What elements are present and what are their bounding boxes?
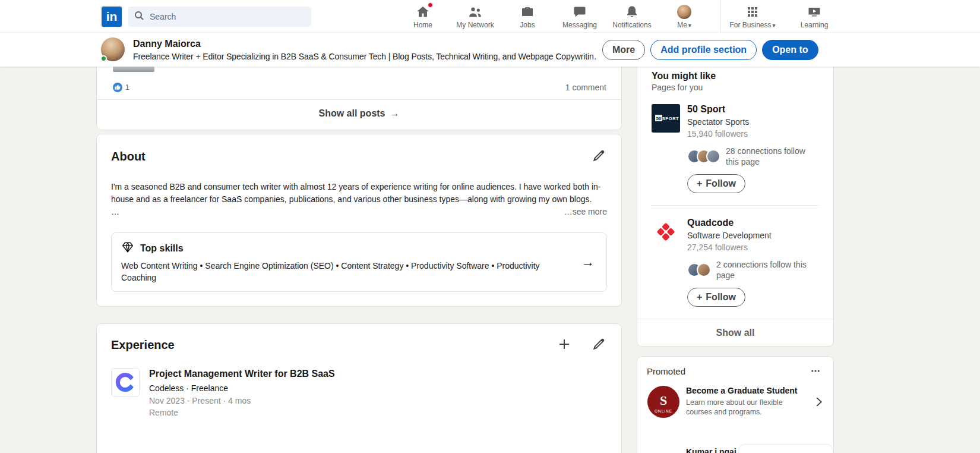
experience-location: Remote [149, 408, 335, 417]
edit-about-button[interactable] [590, 149, 607, 165]
ad-title: Become a Graduate Student [686, 385, 808, 396]
experience-title: Experience [111, 337, 175, 353]
svg-text:SPORT: SPORT [662, 116, 679, 121]
open-to-button[interactable]: Open to [762, 40, 818, 60]
home-notification-dot [428, 2, 433, 8]
search-input[interactable] [148, 11, 303, 22]
messaging-dock[interactable] [739, 445, 833, 453]
promoted-label: Promoted [647, 366, 685, 376]
nav-item-jobs[interactable]: Jobs [501, 0, 554, 33]
page-name[interactable]: 50 Sport [687, 104, 749, 115]
show-all-posts-button[interactable]: Show all posts → [97, 100, 621, 127]
you-might-like-title: You might like [652, 70, 819, 81]
online-status-dot [100, 55, 107, 62]
page-followers: 15,940 followers [687, 129, 749, 139]
jobs-icon [520, 5, 535, 19]
caret-down-icon: ▾ [688, 22, 691, 29]
arrow-right-icon[interactable]: → [581, 254, 597, 270]
experience-card: Experience [97, 324, 621, 453]
plus-icon [557, 337, 571, 354]
profile-headline: Freelance Writer + Editor Specializing i… [133, 52, 598, 61]
about-card: About I'm a seasoned B2B and consumer te… [97, 134, 621, 306]
codeless-logo[interactable] [111, 368, 140, 397]
page-name[interactable]: Quadcode [687, 218, 772, 228]
experience-role[interactable]: Project Management Writer for B2B SaaS [149, 368, 335, 380]
suggested-page: Quadcode Software Development 27,254 fol… [652, 218, 819, 307]
nav-item-messaging[interactable]: Messaging [554, 0, 606, 33]
bell-icon [625, 5, 639, 19]
experience-entry: Project Management Writer for B2B SaaS C… [111, 368, 607, 417]
ad-description: Learn more about our flexible courses an… [686, 398, 808, 417]
top-skills-list: Web Content Writing • Search Engine Opti… [121, 260, 581, 284]
search-icon [134, 11, 144, 23]
linkedin-logo[interactable]: in [102, 7, 122, 27]
show-all-button[interactable]: Show all [637, 319, 833, 346]
gem-icon [121, 241, 134, 256]
post-image-thumbnail[interactable] [113, 67, 154, 72]
my-network-icon [468, 5, 482, 19]
about-title: About [111, 149, 146, 164]
promoted-card: Promoted S ONLINE Become a Graduate Stud… [637, 357, 833, 453]
page-followers: 27,254 followers [687, 243, 772, 252]
social-proof-text: 28 connections follow this page [726, 146, 819, 167]
connection-avatars [687, 263, 711, 277]
edit-experience-button[interactable] [590, 337, 607, 354]
search-box[interactable] [128, 7, 311, 27]
profile-sticky-bar: Danny Maiorca Freelance Writer + Editor … [0, 33, 980, 67]
more-button[interactable]: More [602, 40, 645, 60]
experience-dates: Nov 2023 - Present · 4 mos [149, 396, 335, 405]
50-sport-logo: 50 SPORT [652, 104, 680, 133]
stanford-online-logo: S ONLINE [647, 385, 680, 421]
plus-icon: + [697, 292, 702, 303]
about-text: I'm a seasoned B2B and consumer tech wri… [111, 181, 607, 206]
messaging-icon [573, 5, 587, 19]
learning-icon [807, 5, 821, 19]
chevron-right-icon[interactable] [814, 395, 824, 411]
add-experience-button[interactable] [556, 337, 573, 354]
caret-down-icon: ▾ [773, 22, 776, 29]
quadcode-logo [652, 218, 680, 246]
avatar [706, 149, 720, 163]
truncation-ellipsis: … [111, 206, 119, 218]
top-skills-panel[interactable]: Top skills Web Content Writing • Search … [111, 232, 607, 292]
pencil-icon [592, 338, 605, 353]
next-promoted-item-partial: Kumar i ngai… [686, 447, 745, 453]
suggested-page: 50 SPORT 50 Sport Spectator Sports 15,94… [652, 104, 819, 193]
plus-icon: + [697, 178, 702, 189]
nav-item-me[interactable]: Me▾ [658, 0, 710, 33]
profile-name: Danny Maiorca [133, 39, 201, 49]
nav-item-home[interactable]: Home [397, 0, 449, 33]
me-avatar [677, 5, 691, 19]
nav-item-for-business[interactable]: For Business▾ [724, 0, 781, 33]
home-icon [416, 5, 430, 19]
follow-button[interactable]: + Follow [687, 288, 745, 307]
social-proof-text: 2 connections follow this page [716, 259, 819, 281]
grid-icon [745, 5, 760, 19]
you-might-like-card: You might like Pages for you 50 SPORT 50… [637, 67, 833, 346]
reaction-count[interactable]: 1 [125, 83, 129, 92]
follow-button[interactable]: + Follow [687, 174, 745, 193]
arrow-right-icon: → [390, 108, 400, 119]
posts-card: 1 1 comment Show all posts → [97, 67, 621, 130]
promoted-item[interactable]: S ONLINE Become a Graduate Student Learn… [647, 385, 824, 421]
pencil-icon [592, 149, 605, 165]
pages-for-you-subtitle: Pages for you [652, 83, 819, 92]
connection-avatars [687, 149, 720, 163]
experience-company: Codeless · Freelance [149, 383, 335, 393]
see-more-link[interactable]: …see more [564, 206, 607, 218]
top-nav: in Home My Network [0, 0, 980, 33]
nav-item-notifications[interactable]: Notifications [606, 0, 658, 33]
nav-item-learning[interactable]: Learning [787, 0, 842, 33]
add-profile-section-button[interactable]: Add profile section [650, 40, 757, 60]
overflow-menu-icon[interactable] [807, 363, 824, 379]
nav-item-my-network[interactable]: My Network [449, 0, 501, 33]
nav-divider [720, 0, 720, 33]
comment-count[interactable]: 1 comment [565, 83, 606, 92]
profile-avatar[interactable] [101, 37, 125, 61]
divider [652, 205, 819, 206]
svg-text:50: 50 [656, 116, 662, 121]
page-industry: Spectator Sports [687, 117, 749, 127]
like-reaction-icon[interactable] [113, 83, 122, 92]
svg-text:S: S [660, 393, 667, 408]
page-industry: Software Development [687, 231, 772, 240]
